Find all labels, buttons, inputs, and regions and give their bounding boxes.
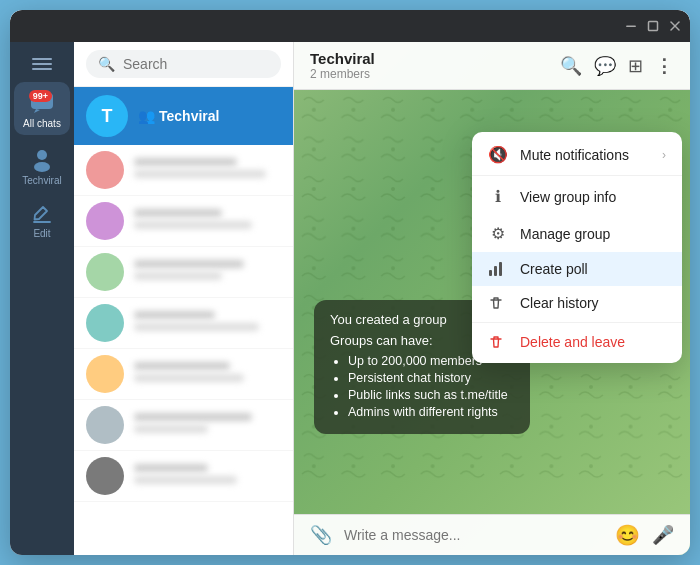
menu-item-delete[interactable]: Delete and leave (472, 325, 682, 359)
more-options-icon[interactable]: ⋮ (655, 55, 674, 77)
comments-icon[interactable]: 💬 (594, 55, 616, 77)
chat-header-members: 2 members (310, 67, 375, 81)
list-item[interactable] (74, 145, 293, 196)
delete-icon (488, 334, 508, 350)
chevron-right-icon: › (662, 148, 666, 162)
avatar: T (86, 95, 128, 137)
search-bar[interactable]: 🔍 (86, 50, 281, 78)
list-item[interactable] (74, 349, 293, 400)
active-chat-item[interactable]: T 👥 Techviral (74, 87, 293, 145)
app-window: 99+ All chats Techviral Edit (10, 10, 690, 555)
minimize-button[interactable] (624, 19, 638, 33)
menu-item-mute[interactable]: 🔇 Mute notifications › (472, 136, 682, 173)
menu-item-poll[interactable]: Create poll (472, 252, 682, 286)
attach-icon[interactable]: 📎 (310, 524, 332, 546)
chat-header-name: Techviral (310, 50, 375, 67)
message-input[interactable] (344, 527, 603, 543)
chat-header-info: Techviral 2 members (310, 50, 375, 81)
svg-rect-0 (626, 26, 636, 28)
menu-item-clear[interactable]: Clear history (472, 286, 682, 320)
list-item[interactable] (74, 247, 293, 298)
context-menu: 🔇 Mute notifications › ℹ View group info… (472, 132, 682, 363)
sidebar: 99+ All chats Techviral Edit (10, 42, 74, 555)
menu-divider (472, 322, 682, 323)
svg-rect-1 (649, 22, 658, 31)
menu-label-view-group: View group info (520, 189, 666, 205)
mute-icon: 🔇 (488, 145, 508, 164)
list-item: Admins with different rights (348, 405, 514, 419)
sidebar-label-edit: Edit (33, 228, 50, 239)
poll-icon (488, 261, 508, 277)
list-item: Persistent chat history (348, 371, 514, 385)
chat-list-blurred (74, 145, 293, 555)
chat-item-info: 👥 Techviral (138, 108, 281, 124)
menu-item-view-group[interactable]: ℹ View group info (472, 178, 682, 215)
feature-list: Up to 200,000 members Persistent chat hi… (330, 354, 514, 419)
svg-rect-14 (499, 262, 502, 276)
chat-list-header: 🔍 (74, 42, 293, 87)
menu-label-poll: Create poll (520, 261, 666, 277)
avatar (86, 253, 124, 291)
sidebar-label-techviral: Techviral (22, 175, 61, 186)
sidebar-label-all-chats: All chats (23, 118, 61, 129)
chat-header: Techviral 2 members 🔍 💬 ⊞ ⋮ (294, 42, 690, 90)
info-icon: ℹ (488, 187, 508, 206)
search-input[interactable] (123, 56, 269, 72)
menu-label-delete: Delete and leave (520, 334, 666, 350)
chat-header-actions: 🔍 💬 ⊞ ⋮ (560, 55, 674, 77)
maximize-button[interactable] (646, 19, 660, 33)
sidebar-item-techviral[interactable]: Techviral (14, 139, 70, 192)
chat-content: You created a group Groups can have: Up … (294, 90, 690, 514)
mic-icon[interactable]: 🎤 (652, 524, 674, 546)
settings-icon: ⚙ (488, 224, 508, 243)
search-icon[interactable]: 🔍 (560, 55, 582, 77)
search-icon: 🔍 (98, 56, 115, 72)
sidebar-item-edit[interactable]: Edit (14, 196, 70, 245)
svg-rect-12 (489, 270, 492, 276)
chat-item-name: 👥 Techviral (138, 108, 281, 124)
svg-point-7 (37, 150, 47, 160)
title-bar (10, 10, 690, 42)
unread-badge: 99+ (29, 90, 52, 102)
sidebar-item-all-chats[interactable]: 99+ All chats (14, 82, 70, 135)
avatar (86, 406, 124, 444)
svg-point-8 (34, 162, 50, 172)
emoji-icon[interactable]: 😊 (615, 523, 640, 547)
list-item: Public links such as t.me/title (348, 388, 514, 402)
svg-rect-13 (494, 266, 497, 276)
chat-main: Techviral 2 members 🔍 💬 ⊞ ⋮ (294, 42, 690, 555)
group-icon: 👥 (138, 108, 155, 124)
clear-icon (488, 295, 508, 311)
avatar (86, 457, 124, 495)
list-item[interactable] (74, 400, 293, 451)
list-item[interactable] (74, 451, 293, 502)
hamburger-menu-button[interactable] (24, 50, 60, 78)
list-item[interactable] (74, 196, 293, 247)
sidebar-toggle-icon[interactable]: ⊞ (628, 55, 643, 77)
menu-divider (472, 175, 682, 176)
avatar (86, 202, 124, 240)
menu-label-manage: Manage group (520, 226, 666, 242)
menu-item-manage[interactable]: ⚙ Manage group (472, 215, 682, 252)
menu-label-clear: Clear history (520, 295, 666, 311)
avatar (86, 304, 124, 342)
avatar (86, 151, 124, 189)
chat-input-bar: 📎 😊 🎤 (294, 514, 690, 555)
close-button[interactable] (668, 19, 682, 33)
chat-list: 🔍 T 👥 Techviral (74, 42, 294, 555)
avatar (86, 355, 124, 393)
list-item[interactable] (74, 298, 293, 349)
menu-label-mute: Mute notifications (520, 147, 650, 163)
